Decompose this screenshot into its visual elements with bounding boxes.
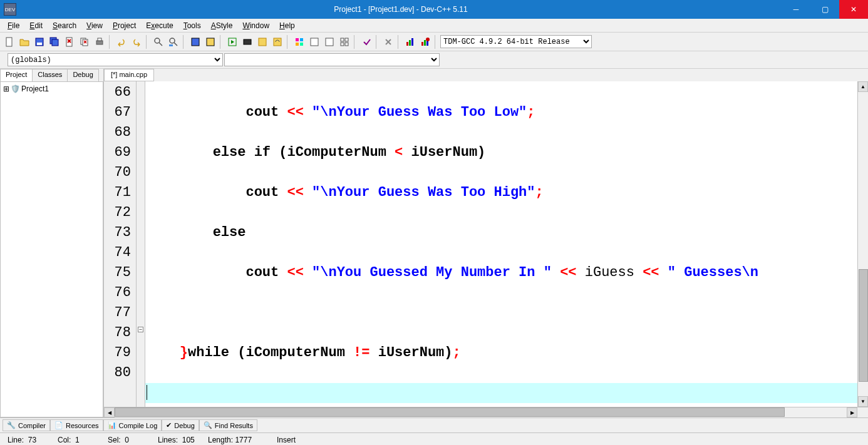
tab-compiler[interactable]: 🔧Compiler <box>3 419 50 431</box>
insert-icon[interactable] <box>307 35 321 49</box>
scroll-down-icon[interactable]: ▼ <box>858 396 868 407</box>
status-line-label: Line: <box>8 436 24 444</box>
compiler-select[interactable]: TDM-GCC 4.9.2 64-bit Release <box>440 35 592 48</box>
svg-rect-8 <box>96 41 103 44</box>
menu-window[interactable]: Window <box>237 20 274 31</box>
run-icon[interactable] <box>240 35 254 49</box>
svg-rect-14 <box>207 38 214 46</box>
menu-search[interactable]: Search <box>48 20 81 31</box>
status-lines-label: Lines: <box>158 436 178 444</box>
svg-rect-2 <box>37 43 42 45</box>
svg-rect-12 <box>169 44 173 46</box>
svg-point-11 <box>170 38 175 43</box>
delete-profile-icon[interactable] <box>418 35 432 49</box>
scroll-left-icon[interactable]: ◀ <box>104 407 115 417</box>
fold-marker-icon[interactable]: − <box>138 327 143 332</box>
scroll-right-icon[interactable]: ▶ <box>847 407 857 417</box>
status-length-value: 1777 <box>235 436 252 444</box>
tab-project[interactable]: Project <box>0 69 33 81</box>
close-all-icon[interactable] <box>78 35 91 49</box>
tab-debug-bottom[interactable]: ✔Debug <box>162 419 199 431</box>
goto-bookmark-icon[interactable] <box>204 35 217 49</box>
bottom-tabs: 🔧Compiler 📄Resources 📊Compile Log ✔Debug… <box>0 417 868 432</box>
titlebar: DEV Project1 - [Project1.dev] - Dev-C++ … <box>0 0 868 19</box>
status-lines-value: 105 <box>182 436 195 444</box>
tab-resources[interactable]: 📄Resources <box>50 419 103 431</box>
scroll-up-icon[interactable]: ▲ <box>858 81 868 92</box>
tab-compile-log[interactable]: 📊Compile Log <box>103 419 162 431</box>
svg-rect-13 <box>192 38 199 46</box>
compile-run-icon[interactable] <box>256 35 269 49</box>
svg-rect-33 <box>424 40 426 46</box>
profile-icon[interactable] <box>403 35 417 49</box>
maximize-button[interactable]: ▢ <box>810 0 839 19</box>
close-button[interactable]: ✕ <box>839 0 868 19</box>
svg-rect-24 <box>326 38 333 46</box>
compiler-icon: 🔧 <box>7 421 16 429</box>
hscroll-thumb[interactable] <box>115 407 785 417</box>
svg-rect-22 <box>300 43 303 46</box>
menu-project[interactable]: Project <box>108 20 141 31</box>
project-tree[interactable]: ⊞ 🛡️ Project1 <box>0 81 103 417</box>
minimize-button[interactable]: ─ <box>782 0 810 19</box>
menu-astyle[interactable]: AStyle <box>206 20 238 31</box>
svg-rect-9 <box>98 38 101 41</box>
svg-rect-31 <box>411 38 413 46</box>
redo-icon[interactable] <box>130 35 143 49</box>
main-area: Project Classes Debug ⊞ 🛡️ Project1 [*] … <box>0 69 868 417</box>
menu-file[interactable]: File <box>3 20 24 31</box>
menu-edit[interactable]: Edit <box>24 20 48 31</box>
toolbar-main: TDM-GCC 4.9.2 64-bit Release <box>0 33 868 51</box>
debug-icon[interactable] <box>359 35 373 49</box>
editor-tabs: [*] main.cpp <box>104 69 868 81</box>
compile-icon[interactable] <box>225 35 239 49</box>
menu-tools[interactable]: Tools <box>178 20 206 31</box>
shield-icon: 🛡️ <box>11 84 20 93</box>
close-file-icon[interactable] <box>63 35 76 49</box>
undo-icon[interactable] <box>115 35 128 49</box>
svg-point-10 <box>155 38 160 43</box>
menu-execute[interactable]: Execute <box>141 20 178 31</box>
code-container: 666768697071727374757677787980 − cout <<… <box>104 81 868 407</box>
tab-main-cpp[interactable]: [*] main.cpp <box>104 69 154 81</box>
tab-debug[interactable]: Debug <box>67 69 98 81</box>
open-icon[interactable] <box>18 35 31 49</box>
scope-select[interactable]: (globals) <box>8 53 223 66</box>
svg-rect-20 <box>300 38 303 41</box>
expand-icon[interactable]: ⊞ <box>3 84 9 93</box>
replace-icon[interactable] <box>167 35 180 49</box>
svg-rect-28 <box>345 43 348 46</box>
new-file-icon[interactable] <box>3 35 16 49</box>
svg-rect-32 <box>421 42 423 46</box>
menu-view[interactable]: View <box>81 20 108 31</box>
scroll-thumb[interactable] <box>859 269 868 382</box>
member-select[interactable] <box>224 53 440 66</box>
svg-rect-4 <box>52 39 58 46</box>
stop-icon[interactable] <box>381 35 395 49</box>
tab-classes[interactable]: Classes <box>32 69 68 81</box>
rebuild-icon[interactable] <box>271 35 284 49</box>
horizontal-scrollbar[interactable]: ◀ ▶ <box>104 407 868 417</box>
tree-node-project[interactable]: ⊞ 🛡️ Project1 <box>3 84 100 93</box>
find-icon[interactable] <box>152 35 165 49</box>
toggle-bookmark-icon[interactable] <box>189 35 202 49</box>
status-col-label: Col: <box>58 436 71 444</box>
vertical-scrollbar[interactable]: ▲ ▼ <box>857 81 868 407</box>
code-editor[interactable]: cout << "\nYour Guess Was Too Low"; else… <box>145 81 857 407</box>
grid-icon[interactable] <box>338 35 351 49</box>
menu-help[interactable]: Help <box>274 20 300 31</box>
toggle-icon[interactable] <box>323 35 336 49</box>
svg-rect-23 <box>311 38 318 46</box>
svg-rect-29 <box>406 42 408 46</box>
fold-gutter: − <box>137 81 145 407</box>
svg-rect-21 <box>296 43 299 46</box>
svg-rect-18 <box>274 38 281 46</box>
new-class-icon[interactable] <box>292 35 306 49</box>
save-all-icon[interactable] <box>48 35 61 49</box>
log-icon: 📊 <box>108 421 116 429</box>
status-mode: Insert <box>272 436 322 444</box>
save-icon[interactable] <box>33 35 46 49</box>
tab-find-results[interactable]: 🔍Find Results <box>199 419 257 431</box>
print-icon[interactable] <box>93 35 106 49</box>
debug-check-icon: ✔ <box>166 421 172 429</box>
